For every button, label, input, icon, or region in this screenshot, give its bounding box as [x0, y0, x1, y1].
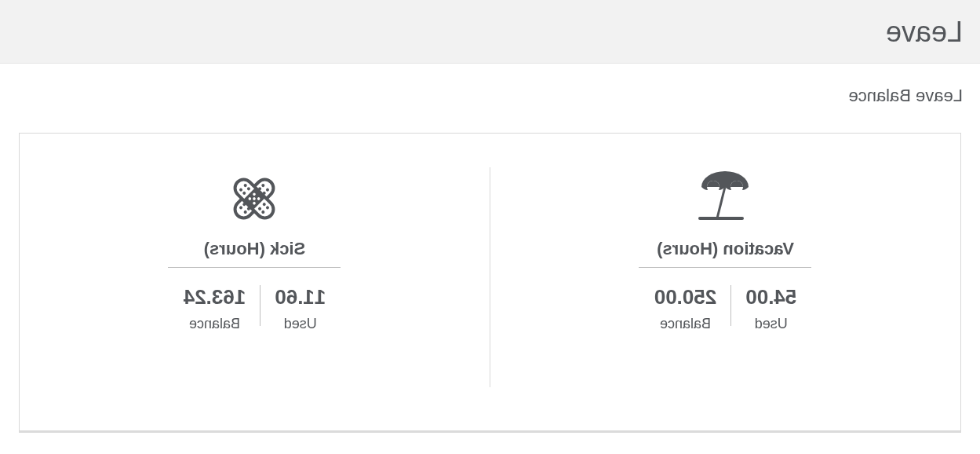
vacation-card: Vacation (Hours) 54.00 Used 250.00 Balan…	[490, 163, 960, 391]
vacation-stats: 54.00 Used 250.00 Balance	[640, 285, 811, 332]
leave-balance-panel: Vacation (Hours) 54.00 Used 250.00 Balan…	[19, 133, 961, 431]
sick-balance-value: 163.24	[184, 285, 246, 309]
vacation-used-stat: 54.00 Used	[731, 285, 811, 332]
vacation-used-label: Used	[755, 316, 788, 332]
stat-divider	[730, 285, 731, 326]
sick-card: Sick (Hours) 11.60 Used 163.24 Balance	[20, 163, 490, 391]
svg-point-10	[239, 205, 244, 210]
sick-used-stat: 11.60 Used	[260, 285, 340, 332]
vacation-card-title: Vacation (Hours)	[657, 239, 794, 259]
divider-line	[169, 267, 341, 268]
page-title: Leave	[17, 16, 963, 49]
sick-used-label: Used	[284, 316, 317, 332]
sick-stats: 11.60 Used 163.24 Balance	[169, 285, 341, 332]
vacation-used-value: 54.00	[745, 285, 796, 309]
vacation-balance-value: 250.00	[654, 285, 717, 309]
vacation-balance-stat: 250.00 Balance	[640, 285, 731, 332]
svg-line-3	[718, 187, 726, 218]
leave-balance-section: Leave Balance Vacation (Hours)	[0, 64, 980, 431]
umbrella-icon	[694, 163, 757, 226]
page-header: Leave	[0, 0, 980, 64]
divider-line	[639, 267, 812, 268]
sick-used-value: 11.60	[275, 285, 326, 309]
section-title: Leave Balance	[17, 86, 963, 106]
sick-balance-stat: 163.24 Balance	[169, 285, 260, 332]
svg-point-6	[261, 183, 266, 188]
sick-card-title: Sick (Hours)	[204, 239, 306, 259]
svg-point-11	[243, 210, 248, 214]
vacation-balance-label: Balance	[660, 316, 711, 332]
bandage-icon	[224, 163, 286, 226]
sick-balance-label: Balance	[189, 316, 240, 332]
stat-divider	[260, 285, 260, 326]
svg-point-7	[266, 188, 271, 192]
